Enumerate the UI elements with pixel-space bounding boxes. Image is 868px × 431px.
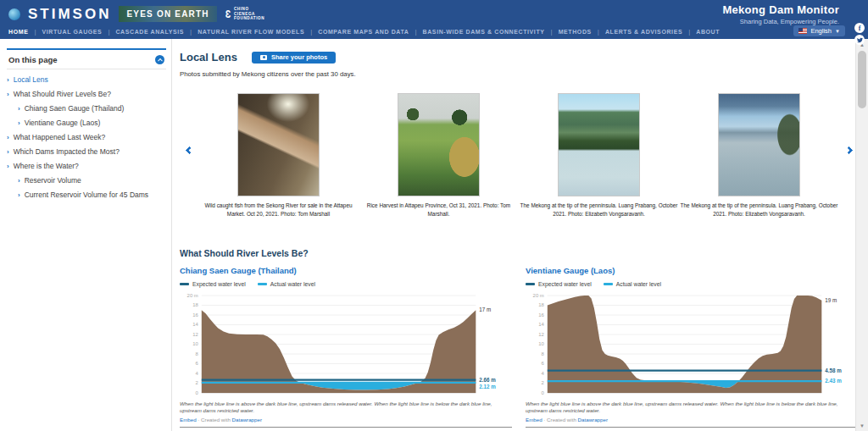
chevron-right-icon: ›	[7, 134, 9, 141]
sidebar-item-label: Vientiane Gauge (Laos)	[25, 119, 101, 127]
chart-note: When the light blue line is above the da…	[180, 401, 512, 415]
chevron-right-icon: ›	[18, 177, 20, 185]
svg-text:16: 16	[538, 312, 544, 318]
stimson-logo: STIMSON	[28, 6, 111, 23]
chevron-right-icon: ›	[7, 148, 9, 156]
embed-link[interactable]: Embed	[526, 417, 542, 423]
main-nav: HOME|VIRTUAL GAUGES|CASCADE ANALYSIS|NAT…	[8, 25, 860, 37]
legend-item-expected-water-level: Expected water level	[180, 281, 246, 287]
svg-text:20 m: 20 m	[187, 293, 198, 298]
page-scrollbar[interactable]: ▲ ▼	[855, 39, 868, 431]
photo-carousel: Wild caught fish from the Sekong River f…	[180, 93, 858, 218]
chevron-up-icon	[158, 58, 163, 63]
photo-caption: The Mekong at the tip of the penninsula.…	[519, 202, 679, 218]
foundation-text: CHINOCIENEGAFOUNDATION	[234, 7, 264, 22]
chart-legend: Expected water levelActual water level	[526, 281, 858, 287]
scrollbar-thumb[interactable]	[858, 51, 866, 108]
chino-cienega-foundation-logo: Ɛ CHINOCIENEGAFOUNDATION	[225, 7, 264, 22]
svg-text:18: 18	[538, 302, 544, 307]
river-level-chart: 02468101214161820 m19 m4.58 m2.43 m	[526, 291, 858, 398]
sidebar-title: On this page	[8, 55, 58, 64]
nav-item-about[interactable]: ABOUT	[696, 29, 720, 35]
share-button-label: Share your photos	[271, 53, 327, 61]
carousel-prev-button[interactable]	[180, 147, 198, 153]
sidebar-item-which-dams-impacted-the-most[interactable]: ›Which Dams Impacted the Most?	[7, 147, 166, 156]
svg-text:12: 12	[538, 332, 544, 337]
sidebar-item-what-happened-last-week[interactable]: ›What Happened Last Week?	[7, 133, 166, 141]
nav-item-home[interactable]: HOME	[8, 29, 28, 35]
chart-title: Chiang Saen Gauge (Thailand)	[180, 266, 512, 275]
scrollbar-down-arrow[interactable]: ▼	[856, 420, 868, 431]
foundation-glyph-icon: Ɛ	[225, 8, 231, 20]
chevron-right-icon: ›	[18, 119, 20, 127]
svg-text:8: 8	[196, 351, 199, 356]
nav-item-cascade-analysis[interactable]: CASCADE ANALYSIS	[115, 29, 184, 35]
svg-text:14: 14	[538, 322, 544, 327]
embed-link[interactable]: Embed	[180, 417, 197, 423]
facebook-icon[interactable]: f	[854, 23, 865, 33]
sidebar-list: ›Local Lens›What Should River Levels Be?…	[7, 75, 166, 199]
nav-separator: |	[551, 28, 553, 36]
sidebar-item-label: Local Lens	[14, 75, 48, 84]
share-your-photos-button[interactable]: Share your photos	[252, 52, 336, 64]
chart-embed-line: Embed · Created with Datawrapper	[180, 417, 512, 423]
sidebar-item-where-is-the-water[interactable]: ›Where is the Water?	[7, 162, 166, 170]
nav-separator: |	[108, 28, 109, 36]
nav-separator: |	[415, 28, 416, 36]
site-identity: Mekong Dam Monitor Sharing Data, Empower…	[722, 3, 860, 25]
sidebar-item-label: Which Dams Impacted the Most?	[14, 147, 120, 156]
collapse-sidebar-button[interactable]	[155, 55, 164, 64]
gauge-chart-card: Vientiane Gauge (Laos) Expected water le…	[526, 266, 858, 431]
svg-text:14: 14	[192, 322, 198, 327]
sidebar-item-vientiane-gauge-laos[interactable]: ›Vientiane Gauge (Laos)	[18, 119, 166, 127]
nav-item-virtual-gauges[interactable]: VIRTUAL GAUGES	[42, 29, 102, 35]
sidebar-item-label: Reservoir Volume	[25, 176, 81, 185]
datawrapper-link[interactable]: Datawrapper	[232, 417, 262, 423]
photo-caption: The Mekong at the tip of the penninsula.…	[679, 202, 839, 218]
svg-text:2: 2	[542, 380, 545, 385]
chevron-right-icon: ›	[7, 163, 9, 170]
nav-item-compare-maps-and-data[interactable]: COMPARE MAPS AND DATA	[318, 29, 409, 35]
photo-slide: The Mekong at the tip of the penninsula.…	[679, 93, 839, 218]
market-fish-photo[interactable]	[237, 93, 320, 196]
svg-text:18: 18	[192, 302, 198, 307]
local-lens-subtitle: Photos submitted by Mekong citizens over…	[180, 70, 858, 78]
datawrapper-link[interactable]: Datawrapper	[578, 417, 608, 423]
sidebar-item-what-should-river-levels-be[interactable]: ›What Should River Levels Be?	[7, 90, 166, 98]
mekong-fishing-raft-photo[interactable]	[718, 93, 800, 196]
sidebar-item-label: Where is the Water?	[14, 162, 79, 170]
main-content: Local Lens Share your photos Photos subm…	[172, 39, 868, 431]
rice-field-photo[interactable]	[398, 93, 480, 196]
chart-embed-line: Embed · Created with Datawrapper	[526, 417, 858, 423]
sidebar-item-current-reservoir-volume-for-45-dams[interactable]: ›Current Reservoir Volume for 45 Dams	[18, 191, 166, 199]
photo-slide: Wild caught fish from the Sekong River f…	[198, 93, 359, 218]
app-header: STIMSON EYES ON EARTH Ɛ CHINOCIENEGAFOUN…	[0, 0, 868, 39]
chevron-right-icon: ›	[18, 105, 20, 113]
nav-item-alerts-advisories[interactable]: ALERTS & ADVISORIES	[605, 29, 682, 35]
nav-item-natural-river-flow-models[interactable]: NATURAL RIVER FLOW MODELS	[198, 29, 304, 35]
legend-dash-icon	[180, 283, 189, 285]
mekong-peninsula-photo[interactable]	[558, 93, 640, 196]
legend-item-actual-water-level: Actual water level	[258, 281, 315, 287]
charts-row: Chiang Saen Gauge (Thailand) Expected wa…	[180, 266, 858, 431]
language-selector[interactable]: English ▼	[793, 25, 845, 36]
svg-text:20 m: 20 m	[533, 293, 544, 298]
nav-item-methods[interactable]: METHODS	[559, 29, 592, 35]
legend-item-expected-water-level: Expected water level	[526, 281, 592, 287]
river-level-chart: 02468101214161820 m17 m2.66 m2.12 m	[180, 291, 512, 398]
sidebar-item-reservoir-volume[interactable]: ›Reservoir Volume	[18, 176, 166, 185]
svg-text:17 m: 17 m	[479, 307, 491, 312]
chevron-right-icon: ›	[18, 191, 20, 199]
twitter-icon[interactable]	[854, 35, 865, 45]
sidebar-item-local-lens[interactable]: ›Local Lens	[7, 75, 166, 84]
language-label: English	[810, 27, 832, 35]
sidebar-item-chiang-saen-gauge-thailand[interactable]: ›Chiang Saen Gauge (Thailand)	[18, 104, 166, 113]
svg-text:19 m: 19 m	[825, 297, 837, 303]
site-tagline: Sharing Data, Empowering People.	[722, 18, 839, 25]
nav-separator: |	[190, 28, 192, 36]
svg-text:4: 4	[542, 371, 545, 376]
photo-slide: Rice Harvest in Attapeu Province, Oct 31…	[359, 93, 519, 218]
local-lens-heading: Local Lens	[180, 51, 237, 64]
nav-item-basin-wide-dams-connectivity[interactable]: BASIN-WIDE DAMS & CONNECTIVITY	[423, 29, 545, 35]
divider	[180, 427, 512, 428]
